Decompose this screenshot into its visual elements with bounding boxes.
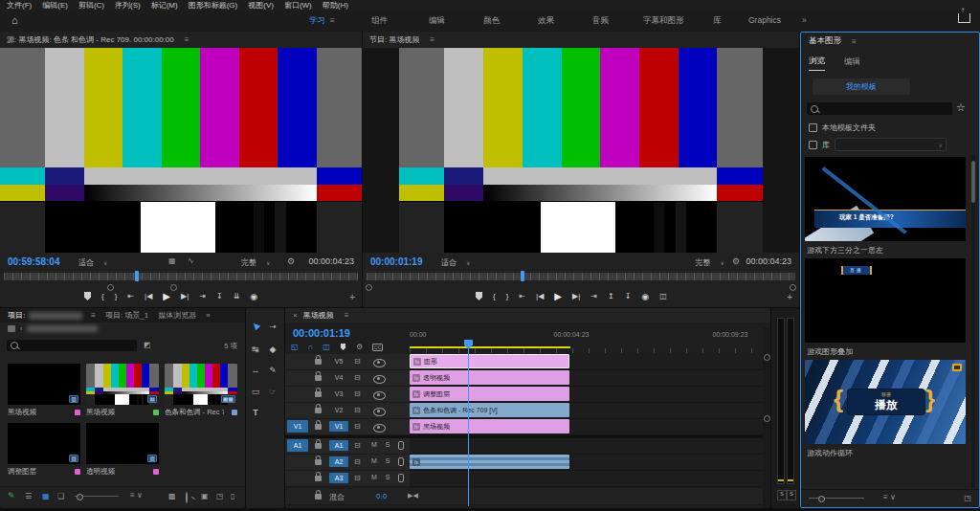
- program-resolution-select[interactable]: 完整∨: [696, 257, 724, 268]
- play-icon[interactable]: ▶: [554, 291, 562, 301]
- browse-tab[interactable]: 浏览: [809, 56, 825, 71]
- type-tool[interactable]: T: [249, 406, 262, 419]
- linked-selection-icon[interactable]: ◫: [323, 343, 330, 351]
- program-zoom-select[interactable]: 适合∨: [441, 257, 470, 268]
- source-zoom-select[interactable]: 适合∨: [78, 257, 107, 268]
- my-templates-button[interactable]: 我的模板: [813, 78, 910, 95]
- panel-menu-icon[interactable]: ≡: [91, 311, 96, 320]
- track-name-button[interactable]: V4: [329, 372, 348, 383]
- pen-tool[interactable]: ✎: [266, 364, 279, 377]
- panel-menu-icon[interactable]: ≡: [345, 311, 349, 320]
- project-item-thumb[interactable]: ▥: [86, 423, 159, 464]
- panel-overflow-icon[interactable]: »: [206, 311, 210, 320]
- close-panel-icon[interactable]: ×: [293, 311, 298, 320]
- master-level-value[interactable]: 0.0: [376, 492, 387, 500]
- workspace-tab-editing[interactable]: 编辑: [429, 15, 445, 27]
- track-select-forward-tool[interactable]: ⇢: [266, 320, 279, 333]
- hand-tool[interactable]: ☞: [266, 385, 279, 398]
- new-bin-icon[interactable]: ▣: [201, 492, 209, 500]
- panel-menu-icon[interactable]: ≡: [852, 37, 857, 46]
- lock-icon[interactable]: [315, 476, 322, 481]
- lock-icon[interactable]: [315, 459, 322, 465]
- source-timecode[interactable]: 00:59:58:04: [8, 256, 59, 267]
- track-visibility-icon[interactable]: [373, 408, 386, 416]
- sync-lock-icon[interactable]: ⊟: [354, 373, 361, 382]
- template-item-thumb[interactable]: 玩家 1 是否准备好?: [805, 157, 966, 241]
- sort-icons-button[interactable]: ≡ ∨: [130, 491, 143, 500]
- source-resolution-select[interactable]: 完整∨: [241, 257, 270, 268]
- workspace-tab-assembly[interactable]: 组件: [371, 15, 388, 27]
- template-item-thumb[interactable]: 直播: [805, 258, 966, 343]
- icon-view-icon[interactable]: ▦: [42, 492, 50, 500]
- search-options-icon[interactable]: ◩: [144, 341, 151, 349]
- timeline-clip[interactable]: fx图形: [410, 354, 569, 368]
- master-keyframes-icon[interactable]: ▶◀: [408, 492, 418, 500]
- time-ruler[interactable]: [410, 348, 763, 353]
- source-patch-a1[interactable]: A1: [287, 439, 308, 452]
- mark-out-icon[interactable]: }: [115, 292, 118, 300]
- comparison-view-icon[interactable]: ◫: [659, 292, 667, 300]
- mute-button[interactable]: M: [369, 457, 379, 464]
- step-back-icon[interactable]: |◀: [145, 292, 152, 300]
- project-item[interactable]: 黑场视频: [8, 408, 80, 417]
- workspace-menu-icon[interactable]: ≡: [330, 16, 335, 25]
- project-item[interactable]: 黑场视频: [86, 408, 159, 417]
- track-lane[interactable]: fx: [410, 455, 763, 471]
- track-name-button[interactable]: A1: [329, 440, 348, 451]
- sync-lock-icon[interactable]: ⊟: [354, 389, 361, 398]
- solo-button[interactable]: S: [383, 457, 392, 464]
- solo-button[interactable]: S: [383, 441, 392, 448]
- go-to-out-icon[interactable]: ⇥: [590, 292, 597, 300]
- overwrite-icon[interactable]: ⇊: [234, 292, 240, 300]
- sync-lock-icon[interactable]: ⊟: [354, 474, 361, 482]
- program-settings-icon[interactable]: ⚙: [732, 256, 740, 266]
- program-monitor-title[interactable]: 节目: 黑场视频: [369, 34, 419, 45]
- template-list-scrollbar[interactable]: [971, 155, 975, 488]
- sync-lock-icon[interactable]: ⊟: [354, 357, 361, 366]
- checkbox[interactable]: [809, 141, 817, 149]
- track-name-button[interactable]: V5: [329, 356, 348, 367]
- workspace-tab-graphics[interactable]: Graphics: [748, 15, 781, 25]
- libraries-filter[interactable]: 库 ∨: [809, 138, 947, 151]
- home-icon[interactable]: ⌂: [11, 14, 18, 26]
- program-zoom-handle-right[interactable]: [790, 284, 796, 291]
- snap-icon[interactable]: ∩: [308, 343, 314, 351]
- play-icon[interactable]: ▶: [163, 291, 170, 301]
- project-writable-icon[interactable]: ✎: [8, 491, 15, 500]
- label-color-chip[interactable]: [153, 410, 159, 415]
- project-search-input[interactable]: [7, 340, 137, 351]
- template-zoom-slider[interactable]: [809, 498, 864, 499]
- star-filter-icon[interactable]: ☆: [956, 101, 966, 114]
- source-scrubber[interactable]: [4, 273, 358, 280]
- mark-in-icon[interactable]: {: [101, 292, 104, 300]
- program-playhead[interactable]: [521, 271, 524, 281]
- timeline-timecode[interactable]: 00:00:01:19: [293, 327, 350, 339]
- button-editor-icon[interactable]: +: [787, 292, 792, 302]
- track-name-button[interactable]: V1: [329, 421, 348, 432]
- project-item-thumb[interactable]: ▥: [8, 364, 80, 405]
- ripple-edit-tool[interactable]: ↹: [249, 343, 262, 356]
- freeform-view-icon[interactable]: ❏: [57, 492, 64, 500]
- source-zoom-handle-right[interactable]: [170, 284, 177, 291]
- export-frame-icon[interactable]: ◉: [641, 292, 649, 301]
- menu-edit[interactable]: 编辑(E): [42, 0, 68, 11]
- panel-title[interactable]: 基本图形: [809, 35, 841, 47]
- new-layer-icon[interactable]: ◳: [964, 494, 971, 502]
- timeline-clip[interactable]: fx黑场视频: [410, 419, 569, 433]
- sequence-tab[interactable]: 黑场视频: [303, 310, 334, 321]
- add-marker-icon[interactable]: [341, 344, 346, 350]
- timeline-clip[interactable]: fx调整图层: [410, 387, 569, 401]
- extract-icon[interactable]: ↧: [625, 292, 632, 300]
- source-zoom-handle-left[interactable]: [107, 284, 114, 291]
- library-select[interactable]: ∨: [835, 138, 947, 151]
- captions-icon[interactable]: CC: [372, 344, 383, 351]
- project-item-thumb[interactable]: ▤: [86, 364, 159, 405]
- list-view-icon[interactable]: ☰: [25, 492, 32, 500]
- menu-clip[interactable]: 剪辑(C): [78, 0, 104, 11]
- workspace-tab-libraries[interactable]: 库: [713, 15, 722, 27]
- project-item-thumb[interactable]: ▥: [8, 423, 80, 464]
- lock-icon[interactable]: [315, 408, 322, 413]
- project-item[interactable]: 色条和色调 - Rec 709: [165, 408, 237, 417]
- menu-graphics[interactable]: 图形和标题(G): [189, 0, 238, 11]
- timeline-clip[interactable]: fx透明视频: [410, 370, 569, 385]
